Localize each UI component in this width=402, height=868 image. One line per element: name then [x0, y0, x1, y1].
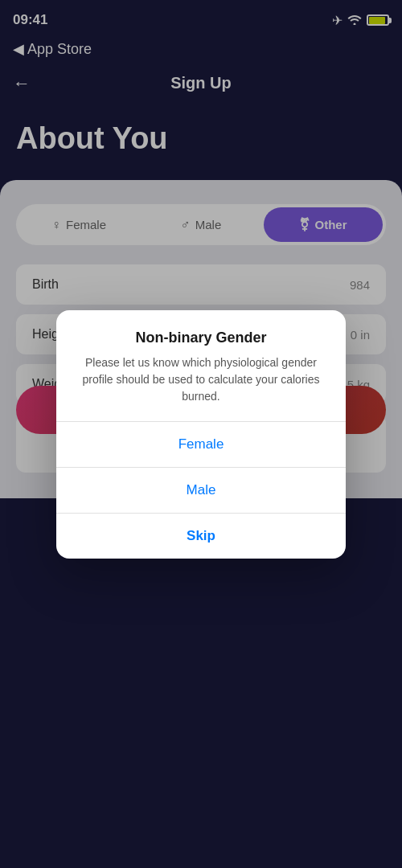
- modal-skip-button[interactable]: Skip: [56, 514, 346, 559]
- modal-dialog: Non-binary Gender Please let us know whi…: [56, 310, 346, 559]
- modal-female-button[interactable]: Female: [56, 422, 346, 467]
- modal-title: Non-binary Gender: [76, 330, 326, 346]
- modal-male-button[interactable]: Male: [56, 468, 346, 513]
- modal-description: Please let us know which physiological g…: [76, 354, 326, 405]
- modal-overlay: Non-binary Gender Please let us know whi…: [0, 0, 402, 868]
- modal-header: Non-binary Gender Please let us know whi…: [56, 310, 346, 405]
